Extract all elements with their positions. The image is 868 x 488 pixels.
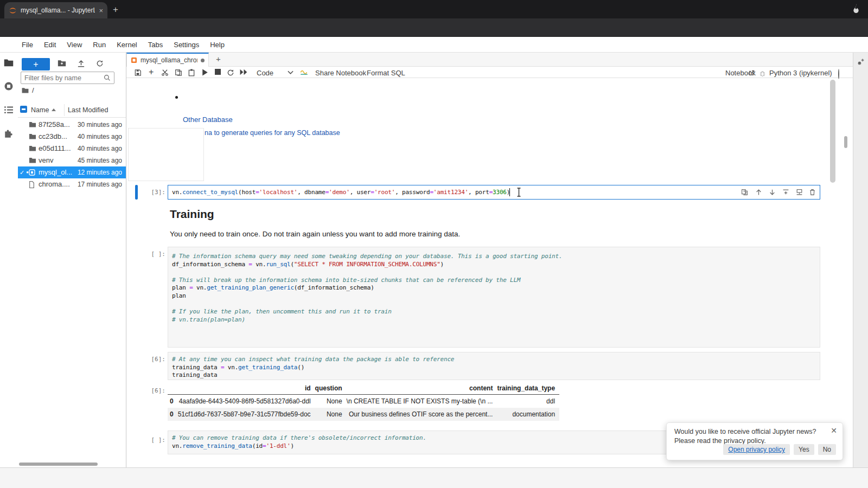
new-tab-button[interactable]: + (113, 4, 118, 15)
upload-icon[interactable] (77, 60, 85, 67)
copy-cell-icon[interactable] (175, 69, 182, 76)
add-tab-button[interactable]: + (216, 54, 221, 63)
menu-item-settings[interactable]: Settings (168, 41, 205, 49)
new-folder-icon[interactable] (58, 60, 66, 67)
file-row-87f258a-[interactable]: 87f258a...30 minutes ago (18, 119, 126, 131)
debugger-bug-icon[interactable] (759, 70, 766, 77)
refresh-icon[interactable] (96, 60, 104, 67)
duplicate-cell-icon[interactable] (741, 189, 748, 196)
menu-item-view[interactable]: View (61, 41, 87, 49)
cell-type-select[interactable]: Code (257, 69, 273, 77)
table-header (168, 382, 178, 395)
file-name: mysql_ol... (39, 166, 72, 178)
chevron-down-icon[interactable] (288, 70, 293, 75)
table-of-contents-icon[interactable] (4, 106, 14, 114)
running-kernels-icon[interactable] (4, 81, 14, 91)
filebrowser-hscrollbar[interactable] (19, 463, 98, 466)
other-database-link[interactable]: Other Database (183, 115, 233, 124)
table-header: training_data_type (497, 382, 559, 395)
table-cell: ddl (497, 395, 559, 408)
notebook-icon (29, 169, 35, 176)
cut-cell-icon[interactable] (161, 69, 169, 76)
notebook-tab[interactable]: mysql_ollama_chromadb.ip (126, 53, 209, 67)
save-icon[interactable] (134, 69, 142, 76)
training-data-table: idquestioncontenttraining_data_type04aaf… (168, 382, 559, 421)
code-cell-inspect-training-data[interactable]: # At any time you can inspect what train… (168, 352, 820, 380)
select-all-checkbox[interactable] (20, 106, 27, 113)
menu-item-tabs[interactable]: Tabs (143, 41, 168, 49)
extensions-icon[interactable] (4, 129, 14, 139)
squiggle-extension-icon[interactable] (300, 69, 308, 76)
share-notebook-button[interactable]: Share Notebook (315, 69, 366, 77)
file-list-header: Name Last Modified (18, 103, 126, 118)
table-row: 051cf1d6d-7637-5b87-b9e7-31c577fbde59-do… (168, 408, 559, 421)
popup-close-icon[interactable]: ✕ (831, 426, 837, 435)
code-cell-training-plan[interactable]: # The information schema query may need … (168, 247, 820, 348)
browser-tab-title: mysql_ollama... - JupyterLab (21, 7, 95, 14)
no-button[interactable]: No (818, 444, 836, 455)
stop-kernel-icon[interactable] (215, 69, 221, 75)
move-cell-down-icon[interactable] (769, 189, 776, 196)
file-name: e05d111... (39, 143, 71, 155)
external-link-icon[interactable] (748, 69, 755, 76)
screen: mysql_ollama... - JupyterLab × + ← → htt… (0, 0, 868, 488)
restart-run-all-icon[interactable] (240, 69, 248, 75)
sort-ascending-icon[interactable] (52, 108, 56, 111)
insert-cell-below-icon[interactable] (796, 189, 803, 196)
tab-close-icon[interactable]: × (99, 7, 103, 15)
move-cell-up-icon[interactable] (755, 189, 762, 196)
file-modified: 12 minutes ago (78, 166, 122, 178)
restart-kernel-icon[interactable] (227, 69, 234, 76)
yes-button[interactable]: Yes (794, 444, 814, 455)
menu-item-run[interactable]: Run (87, 41, 111, 49)
column-divider[interactable] (64, 104, 65, 116)
open-privacy-policy-button[interactable]: Open privacy policy (723, 444, 790, 455)
kernel-status-icon[interactable] (838, 69, 839, 79)
unloaded-image-box (128, 128, 204, 181)
dirty-indicator-icon[interactable] (201, 59, 205, 62)
breadcrumb-root: / (32, 86, 34, 94)
insert-cell-above-icon[interactable] (782, 189, 789, 196)
file-row-e05d111-[interactable]: e05d111...40 minutes ago (18, 143, 126, 155)
folder-icon (29, 121, 36, 127)
notebook-scrollbar-thumb[interactable] (830, 80, 835, 183)
breadcrumb[interactable]: / (22, 86, 34, 94)
file-browser-icon[interactable] (4, 59, 14, 67)
outer-scrollbar-thumb[interactable] (844, 136, 847, 148)
run-cell-icon[interactable] (202, 69, 208, 76)
active-cell-collapser[interactable] (135, 185, 138, 200)
file-row-mysql-ol-[interactable]: ✓●mysql_ol...12 minutes ago (18, 166, 126, 178)
column-last-modified[interactable]: Last Modified (68, 106, 108, 114)
table-cell: 0 (168, 408, 178, 421)
folder-icon (29, 145, 36, 151)
format-sql-button[interactable]: Format SQL (367, 69, 405, 77)
menu-item-help[interactable]: Help (205, 41, 230, 49)
new-launcher-button[interactable]: + (22, 58, 50, 70)
column-name[interactable]: Name (31, 106, 49, 114)
table-cell: None (315, 395, 347, 408)
menu-item-edit[interactable]: Edit (39, 41, 61, 49)
file-row-venv[interactable]: venv45 minutes ago (18, 155, 126, 166)
delete-cell-icon[interactable] (809, 189, 816, 196)
code-cell-connect-mysql[interactable]: vn.connect_to_mysql(host='localhost', db… (168, 185, 820, 200)
table-header: id (178, 382, 315, 395)
status-bar: Simple 0 $_ 1 Python 3 (ipykernel) | Idl… (0, 467, 868, 488)
paste-cell-icon[interactable] (188, 69, 195, 76)
output-prompt: [6]: (138, 387, 165, 394)
training-heading: Training (170, 208, 214, 221)
browser-tab[interactable]: mysql_ollama... - JupyterLab × (4, 2, 107, 18)
code-lines: # At any time you can inspect what train… (168, 352, 820, 383)
kernel-name[interactable]: Python 3 (ipykernel) (769, 69, 832, 77)
menu-item-file[interactable]: File (16, 41, 39, 49)
markdown-partial-text: na to generate queries for any SQL datab… (205, 129, 340, 137)
file-row-chroma-[interactable]: chroma....17 minutes ago (18, 178, 126, 190)
property-inspector-gears-icon[interactable] (856, 57, 865, 67)
filter-files-input[interactable] (24, 74, 104, 82)
panel-divider[interactable] (126, 53, 126, 467)
file-name: 87f258a... (39, 119, 70, 131)
file-name: venv (39, 155, 53, 166)
insert-cell-icon[interactable]: + (149, 67, 154, 77)
file-row-cc23db-[interactable]: cc23db...40 minutes ago (18, 131, 126, 143)
flame-icon[interactable] (852, 3, 860, 14)
menu-item-kernel[interactable]: Kernel (111, 41, 143, 49)
